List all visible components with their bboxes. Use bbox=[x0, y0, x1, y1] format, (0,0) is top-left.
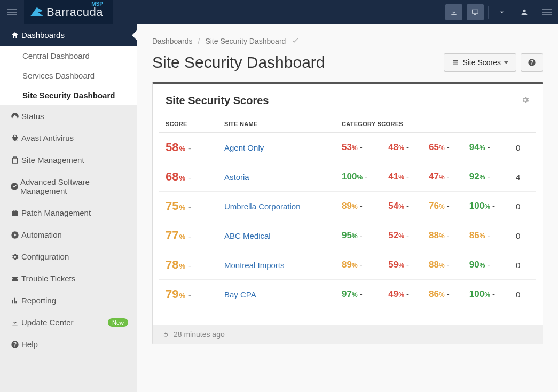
sidebar-item-label: Trouble Tickets bbox=[21, 274, 75, 283]
category-value: 86 bbox=[469, 230, 480, 240]
score-cell: 79%- bbox=[159, 280, 218, 309]
trend-dash: - bbox=[188, 202, 191, 211]
category-score-cell: 89% - bbox=[335, 192, 382, 221]
help-icon bbox=[528, 58, 536, 67]
help-button[interactable] bbox=[521, 53, 543, 72]
sidebar: Dashboards Central Dashboard Services Da… bbox=[0, 24, 137, 392]
sidebar-item-label: Avast Antivirus bbox=[21, 134, 74, 143]
sidebar-sub-site-security-dashboard[interactable]: Site Security Dashboard bbox=[0, 85, 137, 105]
sidebar-item-configuration[interactable]: Configuration bbox=[0, 246, 137, 268]
site-link[interactable]: Agent Only bbox=[224, 143, 264, 152]
percent-sign: % bbox=[480, 144, 485, 152]
card-settings-button[interactable] bbox=[521, 96, 530, 106]
percent-sign: % bbox=[352, 291, 358, 299]
page-header: Site Security Dashboard Site Scores bbox=[137, 50, 558, 82]
sidebar-item-avast-antivirus[interactable]: Avast Antivirus bbox=[0, 127, 137, 149]
trend-dash: - bbox=[445, 260, 450, 269]
trend-dash: - bbox=[445, 201, 450, 210]
percent-sign: % bbox=[439, 262, 445, 269]
sidebar-item-trouble-tickets[interactable]: Trouble Tickets bbox=[0, 268, 137, 289]
last-cell: 0 bbox=[509, 221, 536, 250]
score-cell: 68%- bbox=[159, 162, 218, 192]
category-value: 86 bbox=[429, 289, 439, 299]
last-cell: 0 bbox=[509, 250, 536, 280]
site-link[interactable]: Montreal Imports bbox=[224, 261, 285, 270]
screen-button[interactable] bbox=[467, 4, 484, 20]
sidebar-item-label: Update Center bbox=[21, 318, 74, 327]
percent-sign: % bbox=[179, 292, 185, 300]
trend-dash: - bbox=[404, 143, 409, 152]
site-link[interactable]: ABC Medical bbox=[224, 231, 271, 240]
site-link[interactable]: Bay CPA bbox=[224, 290, 256, 299]
trend-dash: - bbox=[358, 231, 363, 240]
sidebar-item-label: Reporting bbox=[21, 296, 56, 305]
brand-logo[interactable]: Barracuda MSP bbox=[24, 0, 113, 24]
category-value: 65 bbox=[429, 142, 439, 152]
user-button[interactable] bbox=[513, 0, 536, 24]
notifications-button[interactable] bbox=[445, 4, 462, 20]
sidebar-item-automation[interactable]: Automation bbox=[0, 224, 137, 246]
site-name-cell: Agent Only bbox=[218, 133, 335, 162]
card-updated-text: 28 minutes ago bbox=[174, 330, 225, 339]
percent-sign: % bbox=[398, 174, 404, 181]
category-value: 53 bbox=[342, 142, 352, 152]
play-icon bbox=[9, 231, 21, 239]
category-score-cell: 49% - bbox=[382, 280, 422, 309]
percent-sign: % bbox=[484, 203, 490, 210]
category-score-cell: 92% - bbox=[463, 162, 509, 192]
score-value: 78 bbox=[166, 258, 178, 271]
percent-sign: % bbox=[439, 144, 445, 152]
site-link[interactable]: Astoria bbox=[224, 173, 249, 182]
table-row: 68%-Astoria100% -41% -47% -92% -4 bbox=[159, 162, 536, 192]
percent-sign: % bbox=[439, 232, 445, 240]
trend-dash: - bbox=[404, 172, 409, 181]
category-value: 59 bbox=[388, 260, 398, 270]
trend-dash: - bbox=[485, 143, 490, 152]
brand-name: Barracuda bbox=[46, 5, 103, 19]
sidebar-item-update-center[interactable]: Update CenterNew bbox=[0, 311, 137, 333]
site-link[interactable]: Umbrella Corporation bbox=[224, 202, 301, 211]
content: Dashboards / Site Security Dashboard Sit… bbox=[137, 24, 558, 392]
sidebar-item-site-management[interactable]: Site Management bbox=[0, 149, 137, 171]
sidebar-item-label: Patch Management bbox=[21, 208, 91, 217]
trend-dash: - bbox=[358, 260, 363, 269]
sidebar-item-label: Advanced Software Management bbox=[20, 177, 128, 195]
category-value: 89 bbox=[342, 260, 352, 270]
score-value: 79 bbox=[166, 287, 178, 301]
sidebar-sub-services-dashboard[interactable]: Services Dashboard bbox=[0, 66, 137, 85]
trend-dash: - bbox=[363, 172, 367, 181]
bug-icon bbox=[9, 134, 21, 143]
header-actions: Site Scores bbox=[444, 53, 543, 72]
sidebar-item-advanced-software-management[interactable]: Advanced Software Management bbox=[0, 171, 137, 202]
percent-sign: % bbox=[480, 232, 485, 240]
sidebar-item-patch-management[interactable]: Patch Management bbox=[0, 202, 137, 224]
category-score-cell: 52% - bbox=[382, 221, 422, 250]
sidebar-item-dashboards[interactable]: Dashboards bbox=[0, 24, 137, 46]
category-value: 97 bbox=[342, 289, 352, 299]
sidebar-sub-central-dashboard[interactable]: Central Dashboard bbox=[0, 46, 137, 66]
sidebar-item-label: Help bbox=[21, 340, 38, 349]
last-cell: 0 bbox=[509, 133, 536, 162]
category-score-cell: 90% - bbox=[463, 250, 509, 280]
dropdown-caret-button[interactable] bbox=[491, 0, 513, 24]
check-circle-icon bbox=[9, 182, 20, 191]
menu-toggle-right[interactable] bbox=[536, 0, 558, 24]
category-score-cell: 100% - bbox=[335, 162, 382, 192]
sidebar-item-reporting[interactable]: Reporting bbox=[0, 289, 137, 311]
ticket-icon bbox=[9, 275, 21, 283]
category-score-cell: 47% - bbox=[422, 162, 463, 192]
sidebar-item-help[interactable]: Help bbox=[0, 333, 137, 355]
sidebar-main-items: StatusAvast AntivirusSite ManagementAdva… bbox=[0, 105, 137, 355]
site-name-cell: ABC Medical bbox=[218, 221, 335, 250]
menu-toggle-left[interactable] bbox=[0, 0, 24, 24]
category-value: 76 bbox=[429, 201, 439, 211]
sidebar-item-status[interactable]: Status bbox=[0, 105, 137, 127]
category-value: 88 bbox=[429, 230, 439, 240]
layout: Dashboards Central Dashboard Services Da… bbox=[0, 24, 558, 392]
site-scores-dropdown[interactable]: Site Scores bbox=[444, 53, 516, 72]
category-value: 94 bbox=[469, 142, 480, 152]
breadcrumb-root[interactable]: Dashboards bbox=[152, 37, 193, 45]
category-score-cell: 54% - bbox=[382, 192, 422, 221]
trend-dash: - bbox=[358, 289, 363, 299]
trend-dash: - bbox=[404, 201, 409, 210]
